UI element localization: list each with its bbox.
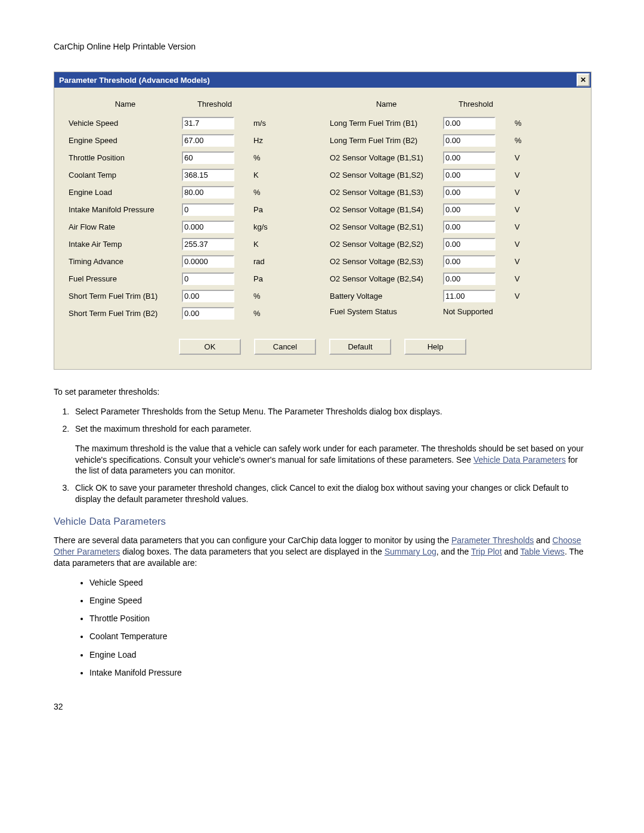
param-name-label: Engine Load: [69, 188, 182, 197]
link-summary-log[interactable]: Summary Log: [385, 547, 436, 556]
threshold-input[interactable]: [443, 117, 496, 129]
link-vehicle-data-parameters[interactable]: Vehicle Data Parameters: [473, 455, 566, 465]
para-d: , and the: [436, 547, 471, 556]
param-name-label: Air Flow Rate: [69, 222, 182, 231]
threshold-input[interactable]: [182, 117, 234, 129]
param-unit-label: Pa: [247, 274, 283, 283]
param-unit-label: V: [509, 153, 544, 162]
titlebar: Parameter Threshold (Advanced Models) ✕: [54, 72, 591, 88]
param-name-label: Timing Advance: [69, 257, 182, 266]
threshold-input[interactable]: [182, 307, 234, 320]
threshold-input[interactable]: [443, 290, 496, 302]
param-row: O2 Sensor Voltage (B2,S1)V: [330, 221, 577, 233]
threshold-input[interactable]: [182, 186, 234, 199]
threshold-input[interactable]: [182, 255, 234, 268]
threshold-input[interactable]: [182, 151, 234, 164]
step1-text: Select Parameter Thresholds from the Set…: [75, 407, 442, 416]
param-row: Timing Advancerad: [69, 255, 315, 268]
param-value-static: Not Supported: [443, 307, 509, 316]
param-row: Long Term Fuel Trim (B2)%: [330, 134, 577, 147]
param-row: Fuel System StatusNot Supported: [330, 307, 577, 316]
threshold-input[interactable]: [443, 238, 496, 250]
param-row: Long Term Fuel Trim (B1)%: [330, 117, 577, 129]
threshold-input[interactable]: [443, 186, 496, 199]
param-unit-label: Pa: [247, 205, 283, 214]
param-name-label: Engine Speed: [69, 136, 182, 145]
param-row: O2 Sensor Voltage (B1,S1)V: [330, 151, 577, 164]
param-unit-label: Hz: [247, 136, 283, 145]
para-b: and: [534, 535, 552, 545]
parameter-bullet: Engine Load: [89, 649, 590, 660]
section-title-vehicle-data-parameters: Vehicle Data Parameters: [54, 516, 590, 528]
param-name-label: O2 Sensor Voltage (B2,S4): [330, 274, 443, 283]
para-a: There are several data parameters that y…: [54, 535, 451, 545]
instructions-intro: To set parameter thresholds:: [54, 386, 590, 398]
param-unit-label: V: [509, 240, 544, 249]
threshold-input[interactable]: [443, 221, 496, 233]
cancel-button[interactable]: Cancel: [254, 339, 316, 355]
titlebar-title: Parameter Threshold (Advanced Models): [59, 76, 210, 85]
col-header-threshold: Threshold: [182, 100, 247, 109]
param-unit-label: V: [509, 188, 544, 197]
parameter-bullet: Vehicle Speed: [89, 577, 590, 588]
param-name-label: O2 Sensor Voltage (B1,S4): [330, 205, 443, 214]
param-name-label: Intake Air Temp: [69, 240, 182, 249]
threshold-input[interactable]: [443, 169, 496, 181]
threshold-input[interactable]: [443, 203, 496, 216]
param-name-label: O2 Sensor Voltage (B2,S1): [330, 222, 443, 231]
param-row: O2 Sensor Voltage (B2,S2)V: [330, 238, 577, 250]
threshold-input[interactable]: [443, 134, 496, 147]
para-c: dialog boxes. The data parameters that y…: [120, 547, 384, 556]
help-button[interactable]: Help: [404, 339, 466, 355]
threshold-input[interactable]: [182, 203, 234, 216]
dialog-body: Name Threshold Vehicle Speedm/sEngine Sp…: [54, 88, 591, 369]
threshold-input[interactable]: [182, 169, 234, 181]
col-header-threshold: Threshold: [443, 100, 509, 109]
param-unit-label: %: [247, 292, 283, 301]
ok-button[interactable]: OK: [179, 339, 241, 355]
param-name-label: Fuel System Status: [330, 307, 443, 316]
parameter-bullet: Coolant Temperature: [89, 631, 590, 642]
param-name-label: Fuel Pressure: [69, 274, 182, 283]
threshold-input[interactable]: [443, 151, 496, 164]
instruction-step-1: Select Parameter Thresholds from the Set…: [72, 406, 590, 417]
param-unit-label: %: [247, 153, 283, 162]
default-button[interactable]: Default: [329, 339, 391, 355]
para-e: and: [502, 547, 521, 556]
instruction-step-3: Click OK to save your parameter threshol…: [72, 482, 590, 505]
param-unit-label: m/s: [247, 119, 283, 128]
param-unit-label: V: [509, 257, 544, 266]
param-unit-label: V: [509, 205, 544, 214]
close-icon[interactable]: ✕: [577, 73, 590, 86]
param-name-label: Long Term Fuel Trim (B2): [330, 136, 443, 145]
param-row: O2 Sensor Voltage (B1,S2)V: [330, 169, 577, 181]
parameter-threshold-dialog: Parameter Threshold (Advanced Models) ✕ …: [54, 72, 592, 370]
threshold-input[interactable]: [182, 238, 234, 250]
param-name-label: Vehicle Speed: [69, 119, 182, 128]
instruction-step-2: Set the maximum threshold for each param…: [72, 423, 590, 477]
param-name-label: Long Term Fuel Trim (B1): [330, 119, 443, 128]
param-unit-label: kg/s: [247, 222, 283, 231]
threshold-input[interactable]: [443, 272, 496, 285]
link-table-views[interactable]: Table Views: [520, 547, 564, 556]
param-row: Fuel PressurePa: [69, 272, 315, 285]
param-unit-label: %: [247, 188, 283, 197]
param-name-label: O2 Sensor Voltage (B2,S2): [330, 240, 443, 249]
threshold-input[interactable]: [182, 290, 234, 302]
threshold-input[interactable]: [182, 134, 234, 147]
link-trip-plot[interactable]: Trip Plot: [471, 547, 502, 556]
param-unit-label: %: [509, 136, 544, 145]
param-row: Vehicle Speedm/s: [69, 117, 315, 129]
threshold-input[interactable]: [443, 255, 496, 268]
step3-text: Click OK to save your parameter threshol…: [75, 483, 568, 504]
param-row: Coolant TempK: [69, 169, 315, 181]
param-row: O2 Sensor Voltage (B1,S4)V: [330, 203, 577, 216]
param-name-label: Short Term Fuel Trim (B2): [69, 309, 182, 318]
param-row: Short Term Fuel Trim (B1)%: [69, 290, 315, 302]
link-parameter-thresholds[interactable]: Parameter Thresholds: [451, 535, 534, 545]
parameter-bullet: Engine Speed: [89, 595, 590, 606]
param-unit-label: %: [509, 119, 544, 128]
threshold-input[interactable]: [182, 272, 234, 285]
threshold-input[interactable]: [182, 221, 234, 233]
parameter-bullet: Throttle Position: [89, 613, 590, 624]
